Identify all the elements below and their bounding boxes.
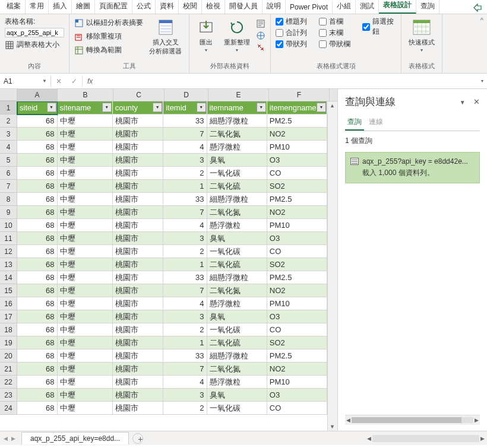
panel-close-icon[interactable]: ✕ <box>473 97 480 106</box>
cell[interactable]: 中壢 <box>58 349 113 363</box>
query-item[interactable]: aqx_p_255?api_key = e8dd42e... 載入 1,000 … <box>345 152 480 183</box>
cell[interactable]: 中壢 <box>58 193 113 206</box>
cell[interactable]: 中壢 <box>58 271 113 284</box>
cell[interactable]: 33 <box>163 349 207 363</box>
cell[interactable]: 桃園市 <box>113 363 163 376</box>
cell[interactable]: 臭氧 <box>207 310 267 323</box>
ribbon-tab-powerpivot[interactable]: Power Pivot <box>286 1 333 14</box>
quick-styles-button[interactable]: 快速樣式 ▼ <box>406 17 437 53</box>
cell[interactable]: 一氧化碳 <box>207 402 267 415</box>
col-header-A[interactable]: A <box>17 89 58 101</box>
row-header[interactable]: 15 <box>0 284 17 297</box>
cell[interactable]: 68 <box>17 349 58 363</box>
col-header-C[interactable]: C <box>113 89 165 101</box>
cell[interactable]: 桃園市 <box>113 310 163 323</box>
cell[interactable]: 4 <box>163 219 207 232</box>
cell[interactable]: 中壢 <box>58 115 113 128</box>
cell[interactable]: 2 <box>163 167 207 180</box>
cell[interactable]: NO2 <box>267 284 327 297</box>
cell[interactable]: 一氧化碳 <box>207 167 267 180</box>
row-header[interactable]: 2 <box>0 115 17 128</box>
col-header-E[interactable]: E <box>208 89 269 101</box>
cell[interactable]: PM10 <box>267 219 327 232</box>
cell[interactable]: 二氧化氮 <box>207 363 267 376</box>
table-header-cell[interactable]: itemengname▼ <box>267 101 327 115</box>
cell[interactable]: 懸浮微粒 <box>207 141 267 154</box>
cell[interactable]: 68 <box>17 310 58 323</box>
select-all-corner[interactable] <box>0 89 17 101</box>
row-header[interactable]: 3 <box>0 128 17 141</box>
panel-tab-connections[interactable]: 連線 <box>366 115 385 131</box>
cell[interactable]: 桃園市 <box>113 232 163 245</box>
cell[interactable]: 桃園市 <box>113 402 163 415</box>
convert-range-button[interactable]: 轉換為範圍 <box>74 44 143 56</box>
filter-dropdown-icon[interactable]: ▼ <box>47 103 56 112</box>
table-name-input[interactable] <box>5 28 64 37</box>
cell[interactable]: 33 <box>163 115 207 128</box>
cell[interactable]: 68 <box>17 284 58 297</box>
col-header-F[interactable]: F <box>269 89 330 101</box>
cell[interactable]: 68 <box>17 167 58 180</box>
filter-dropdown-icon[interactable]: ▼ <box>317 103 326 112</box>
ribbon-tab-data[interactable]: 資料 <box>156 0 179 14</box>
cell[interactable]: 1 <box>163 258 207 271</box>
cell[interactable]: 桃園市 <box>113 245 163 258</box>
cell[interactable]: PM2.5 <box>267 349 327 363</box>
cell[interactable]: 68 <box>17 206 58 219</box>
col-header-D[interactable]: D <box>165 89 208 101</box>
cell[interactable]: 桃園市 <box>113 271 163 284</box>
cell[interactable]: 二氧化硫 <box>207 180 267 193</box>
unlink-icon[interactable] <box>256 43 265 52</box>
cell[interactable]: 68 <box>17 193 58 206</box>
table-header-cell[interactable]: siteid▼ <box>17 101 58 115</box>
cell[interactable]: 二氧化氮 <box>207 284 267 297</box>
cell[interactable]: PM10 <box>267 141 327 154</box>
banded-cols-checkbox[interactable]: 帶狀欄 <box>319 39 353 49</box>
cell[interactable]: 桃園市 <box>113 336 163 349</box>
cell[interactable]: 中壢 <box>58 376 113 389</box>
cell[interactable]: CO <box>267 323 327 336</box>
sheet-nav-prev-icon[interactable]: ◀ <box>4 436 8 441</box>
cell[interactable]: 桃園市 <box>113 376 163 389</box>
cell[interactable]: 68 <box>17 180 58 193</box>
cell[interactable]: 1 <box>163 180 207 193</box>
row-header[interactable]: 11 <box>0 232 17 245</box>
cell[interactable]: 桃園市 <box>113 141 163 154</box>
cell[interactable]: CO <box>267 245 327 258</box>
pivot-summary-button[interactable]: 以樞紐分析表摘要 <box>74 17 143 29</box>
name-box[interactable]: A1 ▼ <box>0 75 51 87</box>
cell[interactable]: CO <box>267 167 327 180</box>
scroll-left-icon[interactable]: ◀ <box>367 436 371 441</box>
cell[interactable]: 68 <box>17 245 58 258</box>
ribbon-collapse-icon[interactable]: ^ <box>477 14 487 26</box>
cell[interactable]: 一氧化碳 <box>207 245 267 258</box>
ribbon-tab-table-design[interactable]: 表格設計 <box>379 0 416 14</box>
cell[interactable]: 桃園市 <box>113 193 163 206</box>
refresh-button[interactable]: 重新整理 ▼ <box>222 17 252 53</box>
cell[interactable]: 細懸浮微粒 <box>207 271 267 284</box>
cell[interactable]: 中壢 <box>58 363 113 376</box>
cell[interactable]: 桃園市 <box>113 180 163 193</box>
col-header-B[interactable]: B <box>58 89 113 101</box>
cancel-formula-icon[interactable]: ✕ <box>53 76 64 87</box>
filter-dropdown-icon[interactable]: ▼ <box>102 103 112 112</box>
cell[interactable]: 3 <box>163 154 207 167</box>
cell[interactable]: 臭氧 <box>207 389 267 402</box>
row-header[interactable]: 20 <box>0 349 17 363</box>
banded-rows-checkbox[interactable]: 帶狀列 <box>276 39 309 49</box>
cell[interactable]: 68 <box>17 115 58 128</box>
filter-dropdown-icon[interactable]: ▼ <box>153 103 162 112</box>
cell[interactable]: 68 <box>17 271 58 284</box>
cell[interactable]: 二氧化氮 <box>207 128 267 141</box>
cell[interactable]: 7 <box>163 363 207 376</box>
cell[interactable]: 68 <box>17 376 58 389</box>
cell[interactable]: 2 <box>163 402 207 415</box>
row-header[interactable]: 7 <box>0 180 17 193</box>
row-header[interactable]: 9 <box>0 206 17 219</box>
properties-icon[interactable] <box>256 19 265 28</box>
cell[interactable]: 桃園市 <box>113 323 163 336</box>
cell[interactable]: 桃園市 <box>113 115 163 128</box>
ribbon-tab-team[interactable]: 小組 <box>333 0 356 14</box>
cell[interactable]: 中壢 <box>58 245 113 258</box>
row-header[interactable]: 5 <box>0 154 17 167</box>
